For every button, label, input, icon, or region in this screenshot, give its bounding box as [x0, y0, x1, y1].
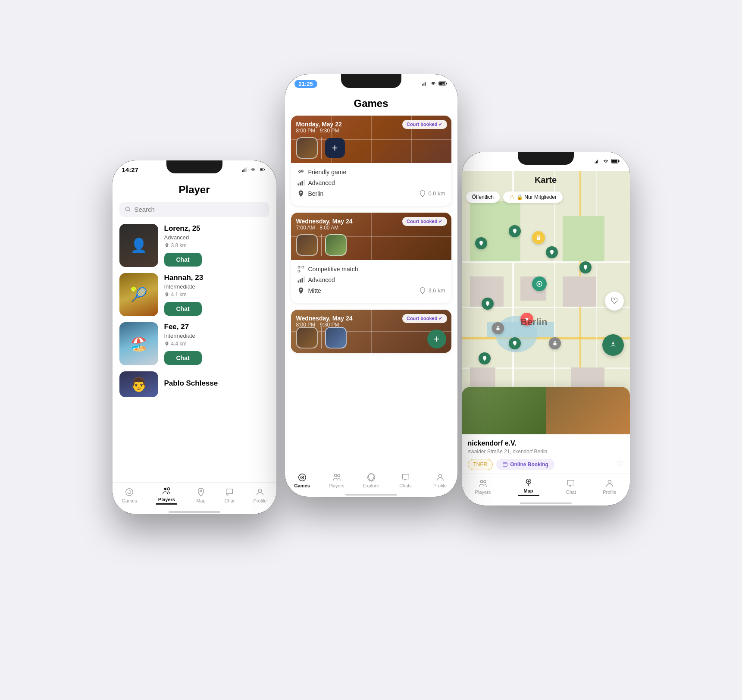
nav-profile-left[interactable]: Profile: [253, 487, 266, 503]
svg-point-50: [538, 283, 541, 285]
pin-icon-4: [582, 264, 589, 270]
add-circle-1[interactable]: +: [325, 138, 345, 158]
profile-icon-right: [605, 479, 614, 488]
svg-rect-51: [496, 328, 499, 330]
fab-heart-button[interactable]: ♡: [605, 292, 624, 311]
nav-map-left[interactable]: Map: [196, 487, 206, 503]
player-avatars-3: [296, 327, 347, 348]
nav-players-left[interactable]: Players: [156, 486, 177, 505]
game-card-3[interactable]: Wednesday, May 24 8:00 PM - 9:30 PM Cour…: [291, 310, 451, 353]
game-dist-1: 0.0 km: [419, 190, 445, 198]
center-nav-explore[interactable]: Explore: [358, 473, 384, 488]
game-card-1[interactable]: Monday, May 22 8:00 PM - 9:30 PM Court b…: [291, 116, 451, 206]
battery-icon-right: [611, 159, 620, 164]
svg-rect-3: [246, 167, 247, 172]
nav-games-left[interactable]: Games: [122, 487, 137, 503]
profile-icon-left: [255, 487, 265, 497]
svg-rect-1: [243, 169, 244, 172]
chat-btn-fee[interactable]: Chat: [164, 351, 202, 365]
svg-point-11: [167, 487, 170, 490]
svg-point-38: [337, 474, 340, 477]
nav-profile-right[interactable]: Profile: [603, 479, 616, 495]
player-name-hannah: Hannah, 23: [164, 273, 269, 282]
center-nav-profile[interactable]: Profile: [427, 473, 453, 488]
svg-rect-27: [302, 266, 304, 268]
svg-rect-48: [537, 237, 540, 240]
game-type-2: 11 Competitive match: [297, 265, 445, 273]
map-pin-1[interactable]: [475, 237, 487, 249]
game-header-2: Wednesday, May 24 7:00 AM - 8:00 AM Cour…: [291, 213, 451, 260]
chat-btn-hannah[interactable]: Chat: [164, 302, 202, 316]
status-icons-left: [242, 167, 267, 173]
navigate-icon: [608, 340, 618, 350]
app-pin-icon: [535, 280, 543, 288]
search-icon: [125, 206, 131, 213]
svg-point-60: [527, 480, 529, 482]
player-card-pablo-partial: 👨 Pablo Schlesse: [119, 371, 269, 397]
nav-map-right[interactable]: Map: [518, 477, 539, 496]
venue-name: nickendorf e.V.: [468, 439, 624, 447]
home-indicator-right: [462, 503, 630, 505]
player-dist-hannah: 4.1 km: [164, 292, 269, 298]
player-card-fee: 🏖️ Fee, 27 Intermediate 4.4 km Chat: [119, 322, 269, 365]
level-icon-2: [297, 276, 305, 284]
nav-chat-right[interactable]: Chat: [566, 479, 576, 495]
level-icon-1: [297, 179, 305, 187]
center-nav-players[interactable]: Players: [324, 473, 350, 488]
search-bar[interactable]: [119, 202, 269, 217]
map-pin-lock2[interactable]: [492, 322, 504, 334]
status-icons-center: 22: [422, 81, 448, 87]
filter-public[interactable]: Öffentlich: [466, 191, 500, 203]
nav-players-right[interactable]: Players: [475, 479, 491, 495]
game-card-2[interactable]: Wednesday, May 24 7:00 AM - 8:00 AM Cour…: [291, 213, 451, 303]
fab-navigate-button[interactable]: [602, 334, 624, 356]
nav-chat-left[interactable]: Chat: [225, 487, 235, 503]
players-icon-left: [162, 486, 171, 496]
svg-rect-32: [301, 278, 303, 283]
svg-rect-41: [595, 162, 595, 163]
venue-photo-1: [462, 387, 546, 434]
svg-point-12: [200, 490, 202, 492]
games-screen-title: Games: [285, 93, 457, 116]
player-photo-lorenz: 👤: [119, 224, 158, 267]
map-pin-lock[interactable]: [532, 231, 545, 244]
map-pin-3[interactable]: [546, 246, 558, 258]
svg-point-37: [334, 474, 337, 477]
avatar-2a: [296, 234, 318, 256]
wifi-icon-right: [603, 158, 609, 164]
player-name-lorenz: Lorenz, 25: [164, 224, 269, 233]
player-avatars-1: +: [296, 137, 345, 159]
filter-members[interactable]: 🔒 Nur Mitglieder: [503, 191, 563, 203]
player-dist-fee: 4.4 km: [164, 341, 269, 347]
pin-icon-1: [478, 240, 484, 246]
home-indicator-left: [113, 512, 276, 514]
svg-point-61: [608, 480, 611, 483]
time-pill: 21:25: [294, 80, 317, 88]
game-details-1: Friendly game Advanced Berlin: [291, 163, 451, 206]
map-pin-2[interactable]: [509, 225, 521, 237]
venue-book-button[interactable]: Online Booking: [496, 459, 554, 470]
map-pin-4[interactable]: [579, 261, 592, 273]
venue-heart-icon[interactable]: ♡: [617, 460, 624, 469]
map-pin-lock3[interactable]: [549, 337, 561, 349]
map-pin-7[interactable]: [509, 337, 521, 349]
center-nav-chats[interactable]: Chats: [393, 473, 419, 488]
chats-nav-icon: [401, 473, 410, 482]
player-level-hannah: Intermediate: [164, 283, 269, 290]
court-booked-badge-1: Court booked ✓: [402, 120, 447, 129]
add-circle-green-3[interactable]: +: [427, 330, 446, 348]
svg-text:22: 22: [442, 82, 445, 85]
center-nav-games[interactable]: Games: [289, 473, 315, 488]
center-nav: Games Players Explore Chats Profile: [285, 470, 457, 494]
center-phone: 21:25 22 Games: [285, 74, 457, 497]
map-pin-6[interactable]: [479, 352, 491, 364]
game-type-1: Friendly game: [297, 168, 445, 176]
chat-icon-right: [566, 479, 576, 488]
player-dist-lorenz: 3.8 km: [164, 242, 269, 248]
chat-btn-lorenz[interactable]: Chat: [164, 253, 202, 267]
search-input[interactable]: [134, 206, 264, 213]
dist-icon-2: [419, 287, 426, 295]
pin-icon-2: [512, 228, 518, 234]
calendar-icon: [502, 461, 508, 467]
dist-icon-1: [419, 190, 426, 198]
